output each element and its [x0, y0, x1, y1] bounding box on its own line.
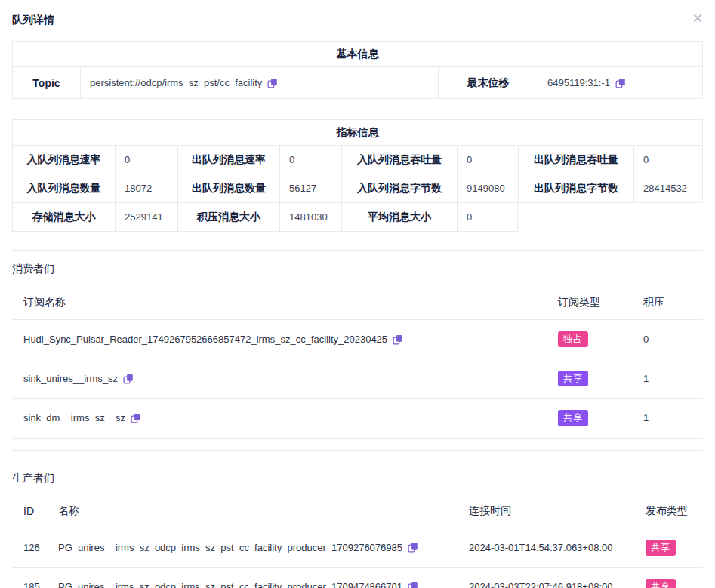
producer-id: 185: [12, 570, 47, 588]
producers-table: ID名称连接时间发布类型126PG_unires__irms_sz_odcp_i…: [12, 485, 703, 588]
backlog-value: 0: [632, 322, 703, 356]
close-icon[interactable]: ×: [692, 12, 703, 24]
metric-value: 0: [457, 146, 518, 174]
connect-time: 2024-03-01T14:54:37.063+08:00: [458, 531, 634, 565]
metric-label: 入队列消息数量: [12, 174, 115, 203]
publish-type: 共享: [634, 568, 703, 588]
copy-icon[interactable]: [123, 374, 134, 384]
producer-row: 126PG_unires__irms_sz_odcp_irms_sz_pst_c…: [12, 528, 703, 568]
basic-info-value-text: persistent://odcp/irms_sz_pst/cc_facilit…: [90, 77, 262, 88]
copy-icon[interactable]: [267, 78, 278, 88]
column-header: 订阅类型: [547, 285, 632, 319]
subscription-type-badge: 独占: [558, 331, 588, 347]
subscription-name-text: Hudi_Sync_Pulsar_Reader_1749267952666857…: [23, 334, 387, 345]
modal-body: 基本信息Topicpersistent://odcp/irms_sz_pst/c…: [0, 27, 715, 588]
consumer-row: Hudi_Sync_Pulsar_Reader_1749267952666857…: [12, 320, 703, 359]
metric-value: 0: [115, 146, 177, 174]
basic-info-label: Topic: [12, 67, 80, 99]
metric-label: 存储消息大小: [12, 203, 115, 232]
subscription-name: sink_unires__irms_sz: [12, 362, 547, 396]
metric-value: 0: [633, 146, 703, 174]
queue-detail-modal: 队列详情 × 基本信息Topicpersistent://odcp/irms_s…: [0, 0, 715, 588]
column-header: 积压: [632, 285, 703, 319]
basic-info-value-text: 6495119:31:-1: [547, 77, 610, 88]
backlog-value: 1: [632, 401, 703, 435]
producer-id: 126: [12, 531, 47, 565]
metric-label: 出队列消息吞吐量: [518, 146, 633, 174]
metric-label: 出队列消息数量: [177, 174, 279, 203]
subscription-name-text: sink_unires__irms_sz: [23, 373, 118, 384]
basic-info-header: 基本信息: [12, 42, 703, 67]
producers-header-row: ID名称连接时间发布类型: [12, 485, 703, 528]
basic-info-value: persistent://odcp/irms_sz_pst/cc_facilit…: [80, 67, 438, 99]
producers-heading: 生产者们: [12, 472, 703, 485]
consumers-heading: 消费者们: [12, 263, 703, 276]
metric-value: 0: [279, 146, 341, 174]
metric-value: 18072: [115, 174, 177, 203]
copy-icon[interactable]: [393, 334, 403, 345]
metric-value: 1481030: [279, 203, 341, 232]
subscription-type: 共享: [547, 399, 632, 437]
metric-label: 入队列消息字节数: [341, 174, 457, 203]
producers-section: 生产者们 ID名称连接时间发布类型126PG_unires__irms_sz_o…: [12, 472, 703, 588]
column-header: 发布类型: [634, 485, 703, 528]
subscription-type-badge: 共享: [558, 371, 588, 386]
basic-info-table: 基本信息Topicpersistent://odcp/irms_sz_pst/c…: [12, 41, 703, 99]
consumers-table: 订阅名称订阅类型积压Hudi_Sync_Pulsar_Reader_174926…: [12, 285, 703, 439]
metric-label: 出队列消息字节数: [518, 174, 633, 203]
copy-icon[interactable]: [131, 413, 141, 423]
metrics-table: 指标信息入队列消息速率0出队列消息速率0入队列消息吞吐量0出队列消息吞吐量0入队…: [12, 119, 703, 232]
column-header: ID: [12, 486, 47, 527]
copy-icon[interactable]: [408, 581, 418, 588]
metric-label: 出队列消息速率: [177, 146, 279, 174]
consumer-row: sink_dm__irms_sz__sz共享1: [12, 399, 703, 438]
subscription-name: sink_dm__irms_sz__sz: [12, 401, 547, 435]
metric-label: 入队列消息速率: [12, 146, 115, 174]
subscription-type: 共享: [547, 359, 632, 398]
consumers-section: 消费者们 订阅名称订阅类型积压Hudi_Sync_Pulsar_Reader_1…: [12, 263, 703, 439]
metric-value: 56127: [279, 174, 341, 203]
copy-icon[interactable]: [408, 542, 418, 553]
subscription-type: 独占: [547, 320, 632, 359]
consumers-header-row: 订阅名称订阅类型积压: [12, 285, 703, 320]
subscription-name: Hudi_Sync_Pulsar_Reader_1749267952666857…: [12, 322, 547, 356]
subscription-name-text: sink_dm__irms_sz__sz: [23, 412, 125, 423]
publish-type-badge: 共享: [646, 540, 676, 556]
metric-label: 入队列消息吞吐量: [341, 146, 457, 174]
consumer-row: sink_unires__irms_sz共享1: [12, 359, 703, 399]
section-divider: [12, 450, 703, 451]
column-header: 连接时间: [458, 485, 634, 528]
producer-name: PG_unires__irms_sz_odcp_irms_sz_pst_cc_f…: [47, 531, 458, 565]
metric-value: 0: [457, 203, 518, 232]
metric-value: 28414532: [633, 174, 703, 203]
publish-type: 共享: [634, 528, 703, 567]
producer-name: PG_unires__irms_sz_odcp_irms_sz_pst_cc_f…: [47, 570, 458, 588]
backlog-value: 1: [632, 362, 703, 396]
publish-type-badge: 共享: [646, 579, 676, 588]
empty-cell: [518, 203, 703, 232]
modal-title: 队列详情: [12, 14, 54, 27]
metric-value: 2529141: [115, 203, 177, 232]
section-divider: [12, 250, 703, 251]
producer-name-text: PG_unires__irms_sz_odcp_irms_sz_pst_cc_f…: [58, 542, 402, 553]
subscription-type-badge: 共享: [558, 410, 588, 426]
copy-icon[interactable]: [615, 78, 626, 88]
producer-name-text: PG_unires__irms_sz_odcp_irms_sz_pst_cc_f…: [58, 581, 402, 588]
metric-value: 9149080: [457, 174, 518, 203]
modal-header: 队列详情 ×: [0, 0, 715, 27]
connect-time: 2024-03-03T22:07:46.918+08:00: [458, 570, 634, 588]
metric-label: 平均消息大小: [341, 203, 457, 232]
section-divider: [12, 109, 703, 109]
basic-info-value: 6495119:31:-1: [538, 67, 703, 99]
column-header: 订阅名称: [12, 285, 547, 319]
column-header: 名称: [47, 485, 458, 528]
metric-label: 积压消息大小: [177, 203, 279, 232]
producer-row: 185PG_unires__irms_sz_odcp_irms_sz_pst_c…: [12, 568, 703, 588]
metrics-header: 指标信息: [12, 120, 703, 146]
basic-info-label: 最末位移: [438, 67, 538, 99]
